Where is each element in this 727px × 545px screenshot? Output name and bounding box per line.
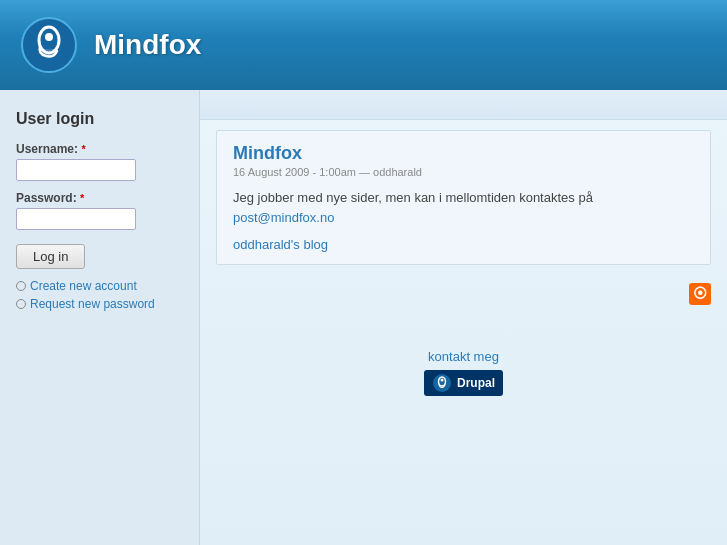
content-top-bar [200, 90, 727, 120]
password-input[interactable] [16, 208, 136, 230]
svg-point-2 [45, 33, 53, 41]
drupal-badge[interactable]: Drupal [424, 370, 503, 396]
article-body: Jeg jobber med nye sider, men kan i mell… [233, 188, 694, 227]
password-required: * [80, 192, 84, 204]
create-account-link[interactable]: Create new account [16, 279, 183, 293]
blog-link-anchor[interactable]: oddharald's blog [233, 237, 328, 252]
rss-symbol: ⦿ [693, 286, 707, 302]
site-logo [20, 16, 78, 74]
login-form: Username: * Password: * Log in [16, 142, 183, 269]
request-password-anchor[interactable]: Request new password [30, 297, 155, 311]
content-footer: kontakt meg Drupal [200, 349, 727, 396]
header: Mindfox [0, 0, 727, 90]
kontakt-link[interactable]: kontakt meg [200, 349, 727, 364]
svg-point-5 [440, 379, 443, 382]
sidebar: User login Username: * Password: * Log i… [0, 90, 200, 545]
bullet-icon [16, 281, 26, 291]
create-account-anchor[interactable]: Create new account [30, 279, 137, 293]
bullet-icon-2 [16, 299, 26, 309]
username-required: * [81, 143, 85, 155]
kontakt-anchor[interactable]: kontakt meg [428, 349, 499, 364]
email-link[interactable]: post@mindfox.no [233, 210, 334, 225]
article-title: Mindfox [233, 143, 694, 164]
username-input[interactable] [16, 159, 136, 181]
password-label: Password: * [16, 191, 183, 205]
main-layout: User login Username: * Password: * Log i… [0, 90, 727, 545]
rss-icon[interactable]: ⦿ [689, 283, 711, 305]
content-area: Mindfox 16 August 2009 - 1:00am — oddhar… [200, 90, 727, 545]
site-title: Mindfox [94, 29, 201, 61]
article-box: Mindfox 16 August 2009 - 1:00am — oddhar… [216, 130, 711, 265]
sidebar-section-title: User login [16, 110, 183, 128]
drupal-badge-label: Drupal [457, 376, 495, 390]
request-password-link[interactable]: Request new password [16, 297, 183, 311]
article-meta: 16 August 2009 - 1:00am — oddharald [233, 166, 694, 178]
blog-link[interactable]: oddharald's blog [233, 237, 694, 252]
article-body-text: Jeg jobber med nye sider, men kan i mell… [233, 190, 593, 205]
rss-area: ⦿ [200, 275, 727, 309]
username-label: Username: * [16, 142, 183, 156]
login-button[interactable]: Log in [16, 244, 85, 269]
